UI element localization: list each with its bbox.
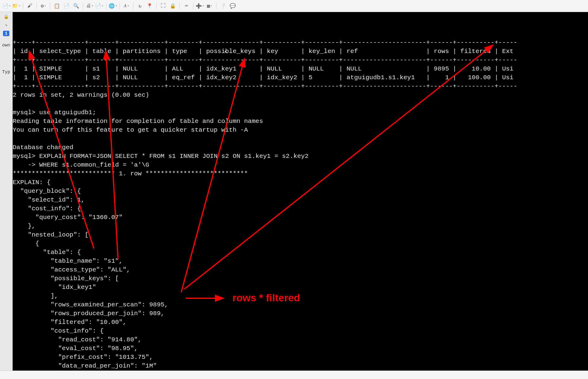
gutter-own-label: own	[2, 43, 10, 48]
separator	[36, 3, 37, 9]
json-line: "data_read_per_join": "1M"	[13, 362, 157, 369]
separator	[83, 3, 83, 9]
json-line: "select_id": 1,	[13, 196, 85, 203]
json-line: ],	[13, 293, 58, 299]
json-line: "idx_key1"	[13, 284, 96, 291]
import-gutter-icon[interactable]: ↘	[3, 21, 10, 28]
lock-gutter-icon[interactable]: 🔒	[3, 13, 10, 20]
font-icon[interactable]: 𝐴	[122, 2, 131, 10]
row-separator: *************************** 1. row *****…	[13, 170, 248, 177]
json-line: "rows_examined_per_scan": 9895,	[13, 301, 168, 308]
expand-icon[interactable]: ⛶	[159, 2, 167, 10]
config-icon[interactable]: ⚙	[39, 2, 48, 10]
line-number-badge[interactable]: 1	[3, 31, 9, 36]
lock-icon[interactable]: 🔒	[169, 2, 177, 10]
help-icon[interactable]: ❔	[219, 2, 227, 10]
terminal-content: +----+-------------+-------+------------…	[13, 30, 588, 371]
separator	[216, 3, 216, 9]
json-line: "table": {	[13, 249, 81, 256]
editor-gutter: 🔒 ↘ 1 own Typ	[0, 12, 13, 371]
brush-icon[interactable]: 🖌	[26, 2, 34, 10]
json-line: {	[13, 240, 39, 247]
separator	[193, 3, 193, 9]
table-border: +----+-------------+-------+------------…	[13, 83, 517, 90]
copy-icon[interactable]: 📋	[53, 2, 61, 10]
new-doc-icon[interactable]: 📄	[95, 2, 104, 10]
separator	[156, 3, 157, 9]
new-file-button[interactable]: 📄	[2, 2, 11, 10]
json-line: "filtered": "10.00",	[13, 319, 126, 326]
open-folder-button[interactable]: 📁	[12, 2, 20, 10]
gutter-typ-label: Typ	[2, 70, 10, 75]
json-line: "cost_info": {	[13, 205, 81, 212]
output-line: You can turn off this feature to get a q…	[13, 127, 248, 133]
separator	[106, 3, 106, 9]
json-line: "table_name": "s1",	[13, 258, 123, 265]
separator	[23, 3, 23, 9]
json-line: "access_type": "ALL",	[13, 266, 130, 273]
json-line: "rows_produced_per_join": 989,	[13, 310, 164, 317]
add-icon[interactable]: ➕	[196, 2, 204, 10]
mysql-continuation: -> WHERE s1.common_field = 'a'\G	[13, 161, 149, 168]
layout-icon[interactable]: ▦	[205, 2, 214, 10]
status-bar	[0, 371, 588, 379]
json-line: "prefix_cost": "1013.75",	[13, 354, 153, 361]
pin-icon[interactable]: 📍	[145, 2, 154, 10]
keyboard-icon[interactable]: ⌨	[182, 2, 191, 10]
table-header: | id | select_type | table | partitions …	[13, 48, 513, 55]
mysql-prompt: mysql> EXPLAIN FORMAT=JSON SELECT * FROM…	[13, 153, 309, 160]
globe-icon[interactable]: 🌐	[109, 2, 117, 10]
json-line: "query_cost": "1360.07"	[13, 214, 123, 221]
mysql-prompt: mysql> use atguigudb1;	[13, 109, 96, 116]
print-icon[interactable]: 🖨	[86, 2, 94, 10]
json-line: "read_cost": "914.80",	[13, 336, 142, 343]
output-line: Reading table information for completion…	[13, 118, 263, 125]
chat-icon[interactable]: 💬	[229, 2, 237, 10]
separator	[133, 3, 133, 9]
terminal-output[interactable]: +----+-------------+-------+------------…	[13, 12, 588, 371]
main-toolbar: 📄 📁 🖌 ⚙ 📋 📄 🔍 🖨 📄 🌐 𝐴 ↻ 📍 ⛶ 🔒 ⌨ ➕ ▦ ❔ 💬	[0, 0, 588, 12]
refresh-icon[interactable]: ↻	[136, 2, 144, 10]
table-row: | 1 | SIMPLE | s2 | NULL | eq_ref | idx_…	[13, 74, 513, 81]
json-line: "cost_info": {	[13, 327, 104, 334]
paste-icon[interactable]: 📄	[62, 2, 71, 10]
separator	[50, 3, 50, 9]
output-line: Database changed	[13, 144, 73, 151]
main-area: 🔒 ↘ 1 own Typ +----+-------------+------…	[0, 12, 588, 371]
table-border: +----+-------------+-------+------------…	[13, 57, 517, 64]
result-summary: 2 rows in set, 2 warnings (0.00 sec)	[13, 92, 149, 99]
separator	[179, 3, 180, 9]
json-line: EXPLAIN: {	[13, 179, 51, 186]
json-line: "nested_loop": [	[13, 231, 89, 238]
table-border: +----+-------------+-------+------------…	[13, 39, 517, 46]
separator	[120, 3, 120, 9]
json-line: "possible_keys": [	[13, 275, 119, 282]
json-line: "query_block": {	[13, 188, 81, 195]
table-row: | 1 | SIMPLE | s1 | NULL | ALL | idx_key…	[13, 65, 513, 72]
search-icon[interactable]: 🔍	[72, 2, 80, 10]
json-line: "eval_cost": "98.95",	[13, 345, 138, 352]
json-line: },	[13, 223, 36, 230]
